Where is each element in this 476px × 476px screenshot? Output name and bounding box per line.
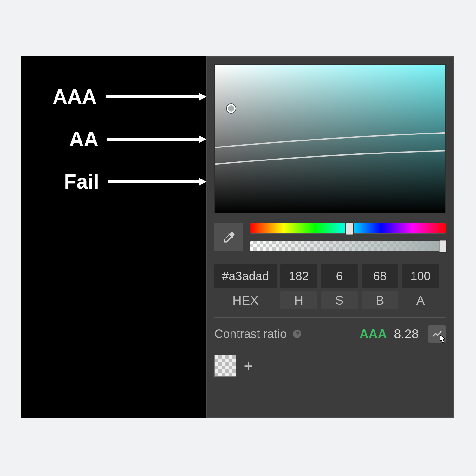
annotation-fail-label: Fail — [64, 170, 99, 193]
divider — [214, 317, 446, 318]
b-label[interactable]: B — [362, 291, 398, 309]
annotations: AAA AA Fail — [21, 56, 206, 418]
hue-field[interactable]: 182 — [280, 264, 317, 288]
svg-marker-3 — [199, 135, 206, 143]
value-field-labels: HEX H S B A — [214, 291, 446, 309]
devtools-region: AAA AA Fail — [21, 56, 454, 418]
hex-label[interactable]: HEX — [214, 291, 277, 309]
annotation-aaa: AAA — [53, 85, 206, 108]
svg-marker-1 — [199, 93, 206, 101]
arrow-right-icon — [107, 134, 206, 144]
s-label[interactable]: S — [321, 291, 358, 309]
empty-swatch[interactable] — [214, 355, 236, 377]
contrast-rating-badge: AAA — [359, 327, 387, 341]
saturation-field[interactable]: 6 — [321, 264, 358, 288]
contrast-lines-icon — [432, 329, 442, 339]
a-label[interactable]: A — [402, 291, 439, 309]
contrast-ratio-value: 8.28 — [394, 327, 419, 341]
alpha-field[interactable]: 100 — [402, 264, 439, 288]
color-spectrum[interactable] — [214, 64, 446, 213]
slider-stack — [250, 223, 446, 251]
hex-field[interactable]: #a3adad — [214, 264, 277, 288]
toggle-contrast-lines-button[interactable] — [428, 325, 446, 343]
annotation-aa: AA — [53, 127, 206, 151]
eyedropper-icon — [222, 230, 236, 244]
contrast-ratio-label: Contrast ratio — [214, 327, 287, 341]
svg-marker-5 — [199, 178, 206, 186]
arrow-right-icon — [106, 92, 206, 101]
alpha-slider[interactable] — [250, 241, 446, 251]
annotation-aa-label: AA — [69, 127, 98, 151]
color-picker-panel: #a3adad 182 6 68 100 HEX H S B A Contras… — [206, 56, 454, 418]
hue-slider[interactable] — [250, 223, 446, 234]
picker-controls — [214, 223, 446, 251]
alpha-slider-thumb[interactable] — [439, 240, 447, 253]
brightness-field[interactable]: 68 — [362, 264, 398, 288]
contrast-ratio-row: Contrast ratio ? AAA 8.28 — [214, 325, 446, 343]
value-fields: #a3adad 182 6 68 100 — [214, 264, 446, 288]
spectrum-dark-layer — [215, 65, 445, 213]
h-label[interactable]: H — [280, 291, 317, 309]
swatch-row: + — [214, 355, 446, 377]
eyedropper-button[interactable] — [214, 223, 243, 251]
add-swatch-button[interactable]: + — [244, 356, 253, 375]
annotation-aaa-label: AAA — [53, 85, 97, 108]
annotation-fail: Fail — [53, 170, 206, 193]
hue-slider-thumb[interactable] — [345, 222, 354, 235]
arrow-right-icon — [108, 177, 206, 186]
help-icon[interactable]: ? — [293, 330, 301, 338]
